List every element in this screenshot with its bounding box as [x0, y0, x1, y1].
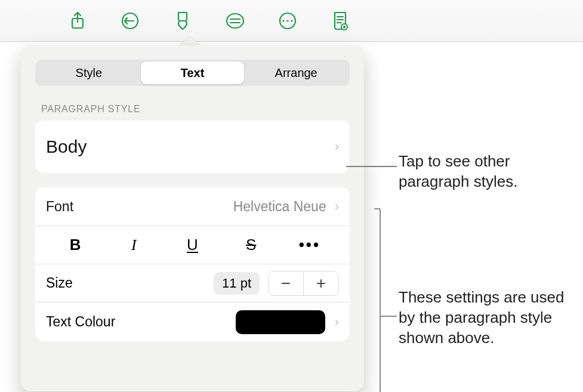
annotation-paragraph-style: Tap to see other paragraph styles. — [399, 152, 578, 192]
annotation-settings: These settings are used by the paragraph… — [399, 288, 578, 348]
